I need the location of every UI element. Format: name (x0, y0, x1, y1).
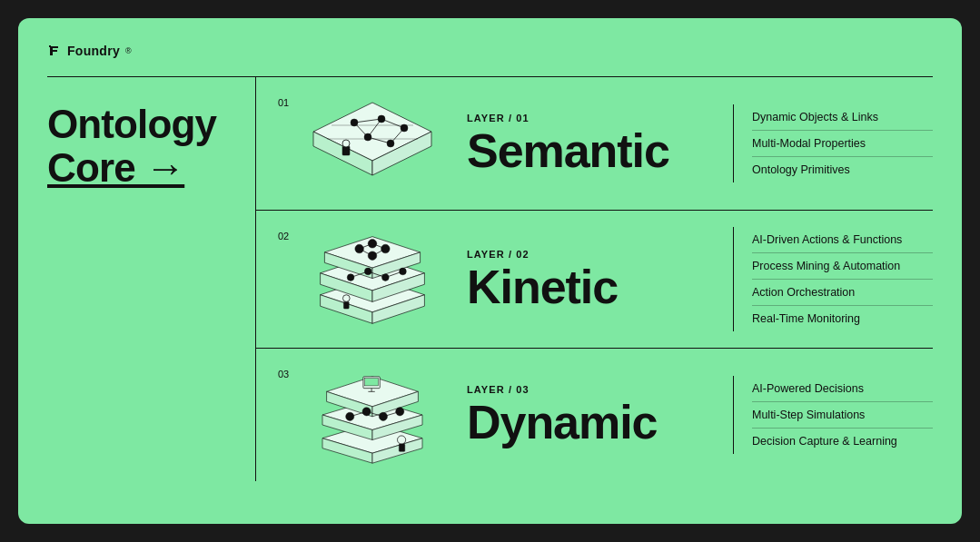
layer-info-02: LAYER / 02 Kinetic (467, 249, 733, 310)
layer-illustration-03 (300, 365, 445, 465)
layer-label-03: LAYER / 03 (467, 384, 715, 395)
layer-name-01: Semantic (467, 127, 715, 174)
svg-point-30 (381, 244, 391, 253)
logo-text: Foundry (67, 44, 120, 58)
svg-point-28 (355, 244, 364, 253)
layer-illustration-02 (300, 230, 445, 330)
layer-number-03: 03 (278, 365, 300, 379)
feature-item: AI-Driven Actions & Functions (752, 227, 933, 253)
logo-superscript: ® (125, 46, 132, 55)
svg-point-31 (368, 251, 377, 260)
kinetic-illustration (304, 230, 441, 330)
layer-illustration-01 (300, 94, 445, 193)
feature-item: Dynamic Objects & Links (752, 104, 933, 131)
svg-point-29 (368, 239, 377, 248)
svg-point-65 (398, 436, 406, 444)
svg-point-39 (400, 268, 407, 275)
semantic-illustration (304, 94, 441, 193)
main-layout: Ontology Core → 01 (47, 77, 933, 481)
left-panel: Ontology Core → (47, 77, 256, 481)
ontology-title: Ontology Core → (47, 103, 237, 191)
svg-rect-66 (399, 444, 404, 451)
svg-rect-17 (342, 146, 350, 155)
feature-item: Process Mining & Automation (752, 253, 933, 280)
svg-point-18 (342, 140, 350, 147)
feature-item: Multi-Step Simulations (752, 402, 933, 429)
feature-item: Multi-Modal Properties (752, 131, 933, 157)
ontology-title-line2[interactable]: Core → (47, 146, 184, 190)
layer-number-02: 02 (278, 227, 300, 241)
svg-point-61 (396, 408, 404, 416)
main-card: Foundry® Ontology Core → 01 (18, 18, 962, 524)
dynamic-illustration (304, 365, 441, 465)
layer-label-01: LAYER / 01 (467, 113, 715, 123)
feature-item: Real-Time Monitoring (752, 306, 933, 331)
foundry-logo-icon (47, 44, 62, 58)
layer-row-semantic: 01 (256, 77, 933, 211)
layer-row-kinetic: 02 (256, 211, 933, 349)
svg-point-43 (342, 294, 350, 301)
layer-number-01: 01 (278, 94, 300, 108)
svg-rect-0 (49, 45, 51, 47)
layer-info-03: LAYER / 03 Dynamic (467, 384, 733, 446)
features-list-01: Dynamic Objects & Links Multi-Modal Prop… (733, 104, 933, 182)
feature-item: Decision Capture & Learning (752, 429, 933, 454)
features-list-03: AI-Powered Decisions Multi-Step Simulati… (733, 376, 933, 454)
svg-rect-44 (343, 301, 349, 309)
layer-name-03: Dynamic (467, 399, 715, 446)
features-list-02: AI-Driven Actions & Functions Process Mi… (733, 227, 933, 331)
layer-label-02: LAYER / 02 (467, 249, 715, 260)
feature-item: Action Orchestration (752, 280, 933, 306)
layer-info-01: LAYER / 01 Semantic (467, 113, 733, 174)
svg-rect-55 (365, 379, 379, 386)
header: Foundry® (47, 44, 933, 58)
ontology-title-line1: Ontology (47, 103, 237, 146)
layer-row-dynamic: 03 (256, 349, 933, 481)
logo: Foundry® (47, 44, 132, 58)
feature-item: AI-Powered Decisions (752, 376, 933, 402)
feature-item: Ontology Primitives (752, 157, 933, 182)
right-content: 01 (256, 77, 933, 481)
layer-name-02: Kinetic (467, 263, 715, 310)
